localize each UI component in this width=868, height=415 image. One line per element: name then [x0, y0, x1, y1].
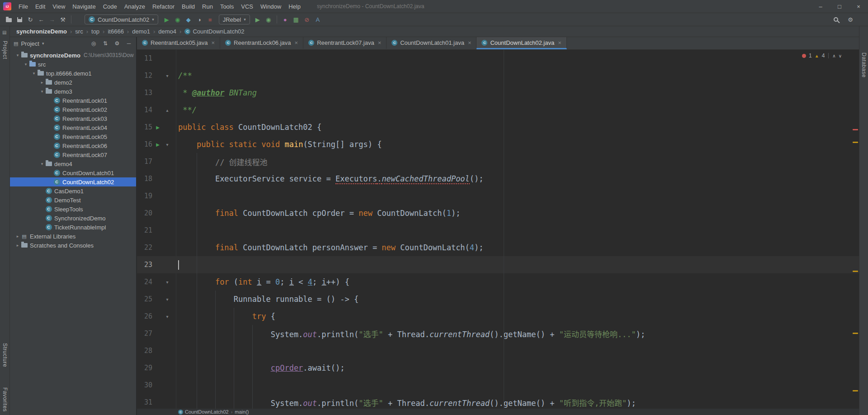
stripe-mark[interactable]	[853, 333, 858, 334]
breadcrumb-item-it6666[interactable]: it6666	[107, 28, 124, 35]
fold-end-icon[interactable]: ▴	[166, 108, 168, 113]
run-gutter-icon[interactable]: ▶	[156, 125, 160, 130]
chevron-expanded-icon[interactable]: ▾	[39, 162, 45, 166]
tab-countdownlatch01-java[interactable]: CCountDownLatch01.java×	[387, 37, 476, 49]
tab-countdownlatch02-java[interactable]: CCountDownLatch02.java×	[476, 37, 566, 49]
chevron-down-icon[interactable]: ▾	[42, 41, 44, 46]
tree-item-synchronizeddemo[interactable]: CSynchronizedDemo	[10, 214, 136, 223]
tree-item-demo4[interactable]: ▾demo4	[10, 159, 136, 168]
jrebel-debug-icon[interactable]: ◉	[264, 14, 274, 24]
maximize-button[interactable]: □	[830, 0, 849, 13]
fold-icon[interactable]: ▾	[166, 73, 168, 78]
stripe-mark[interactable]	[853, 390, 858, 391]
menu-window[interactable]: Window	[257, 3, 285, 10]
back-icon[interactable]: ←	[36, 14, 46, 24]
run-icon[interactable]: ▶	[162, 14, 172, 24]
tree-item-reentrantlock05[interactable]: CReentrantLock05	[10, 132, 136, 141]
breadcrumb-item-top[interactable]: top	[90, 28, 100, 35]
no-entry-icon[interactable]: ⊘	[302, 14, 312, 24]
jrebel-select[interactable]: JRebel ▾	[219, 14, 250, 24]
tree-item-sleeptools[interactable]: CSleepTools	[10, 205, 136, 214]
menu-navigate[interactable]: Navigate	[69, 3, 99, 10]
menu-view[interactable]: View	[49, 3, 69, 10]
menu-refactor[interactable]: Refactor	[149, 3, 178, 10]
stripe-mark[interactable]	[853, 271, 858, 272]
chevron-collapsed-icon[interactable]: ▸	[14, 234, 21, 239]
chevron-expanded-icon[interactable]: ▾	[31, 71, 37, 76]
editor[interactable]: 1112▾/**13 * @author BNTang14▴ **/15▶pub…	[137, 50, 859, 409]
menu-analyze[interactable]: Analyze	[121, 3, 149, 10]
menu-run[interactable]: Run	[198, 3, 217, 10]
menu-file[interactable]: File	[15, 3, 32, 10]
tree-item-external-libraries[interactable]: ▸▤External Libraries	[10, 232, 136, 241]
close-icon[interactable]: ×	[558, 39, 561, 46]
tool-stripe-structure[interactable]: Structure	[2, 343, 8, 367]
profiler-icon[interactable]: ◑	[194, 14, 204, 24]
project-panel-title[interactable]: Project	[21, 40, 39, 47]
panel-settings-icon[interactable]: ⚙	[113, 40, 121, 47]
translate-icon[interactable]: A	[313, 14, 323, 24]
close-icon[interactable]: ×	[211, 39, 215, 46]
menu-tools[interactable]: Tools	[217, 3, 237, 10]
tree-item-countdownlatch02[interactable]: CCountDownLatch02	[10, 177, 136, 186]
save-all-icon[interactable]	[14, 14, 24, 24]
error-stripe[interactable]	[852, 50, 859, 409]
fold-icon[interactable]: ▾	[166, 297, 168, 302]
status-breadcrumb-0[interactable]: CCountDownLatch02	[178, 409, 229, 415]
tree-item-demo2[interactable]: ▸demo2	[10, 78, 136, 87]
fold-icon[interactable]: ▾	[166, 314, 168, 319]
prev-issue-icon[interactable]: ∧	[832, 53, 835, 58]
fold-icon[interactable]: ▾	[166, 142, 168, 147]
hide-panel-icon[interactable]: ─	[125, 40, 132, 47]
capture-icon[interactable]: ▦	[291, 14, 301, 24]
tree-item-reentrantlock07[interactable]: CReentrantLock07	[10, 150, 136, 159]
close-icon[interactable]: ×	[295, 39, 298, 46]
run-gutter-icon[interactable]: ▶	[156, 142, 160, 147]
menu-help[interactable]: Help	[285, 3, 304, 10]
sync-icon[interactable]: ↻	[25, 14, 35, 24]
chevron-expanded-icon[interactable]: ▾	[39, 89, 45, 94]
close-icon[interactable]: ×	[378, 39, 382, 46]
locate-file-icon[interactable]: ◎	[90, 40, 97, 47]
settings-gear-icon[interactable]: ⚙	[845, 14, 855, 24]
chevron-collapsed-icon[interactable]: ▸	[14, 243, 21, 248]
tree-item-synchronizedemo[interactable]: ▾synchronizeDemoC:\Users\30315\Dow	[10, 51, 136, 60]
jrebel-run-icon[interactable]: ▶	[253, 14, 263, 24]
breadcrumb-item-synchronizedemo[interactable]: synchronizeDemo	[15, 28, 68, 35]
breadcrumb-item-demo1[interactable]: demo1	[131, 28, 151, 35]
tree-item-src[interactable]: ▾src	[10, 60, 136, 69]
stripe-mark[interactable]	[853, 129, 858, 130]
fold-icon[interactable]: ▾	[166, 280, 168, 285]
minimize-button[interactable]: –	[811, 0, 830, 13]
tree-item-reentrantlock04[interactable]: CReentrantLock04	[10, 123, 136, 132]
open-icon[interactable]	[4, 14, 14, 24]
chevron-expanded-icon[interactable]: ▾	[14, 53, 21, 57]
tree-item-demo3[interactable]: ▾demo3	[10, 87, 136, 96]
stripe-mark[interactable]	[853, 142, 858, 143]
tree-item-countdownlatch01[interactable]: CCountDownLatch01	[10, 168, 136, 177]
menu-build[interactable]: Build	[178, 3, 198, 10]
run-configuration-select[interactable]: C CountDownLatch02 ▾	[85, 14, 158, 24]
tree-item-reentrantlock01[interactable]: CReentrantLock01	[10, 96, 136, 105]
build-icon[interactable]: ⚒	[58, 14, 68, 24]
debug-icon[interactable]: ◉	[173, 14, 183, 24]
color-picker-icon[interactable]: ●	[280, 14, 290, 24]
close-button[interactable]: ×	[849, 0, 868, 13]
menu-edit[interactable]: Edit	[32, 3, 49, 10]
tree-item-casdemo1[interactable]: CCasDemo1	[10, 186, 136, 196]
tree-item-scratches-and-consoles[interactable]: ▸Scratches and Consoles	[10, 241, 136, 250]
chevron-collapsed-icon[interactable]: ▸	[39, 80, 45, 85]
tree-item-reentrantlock06[interactable]: CReentrantLock06	[10, 141, 136, 150]
status-breadcrumb-1[interactable]: main()	[235, 409, 249, 415]
collapse-all-icon[interactable]: ⇅	[102, 40, 109, 47]
tool-stripe-project[interactable]: Project	[2, 41, 8, 59]
project-tool-icon[interactable]: ▤	[2, 30, 6, 35]
tree-item-top-it6666-demo1[interactable]: ▾top.it6666.demo1	[10, 69, 136, 78]
tab-reentrantlock06-java[interactable]: CReentrantLock06.java×	[220, 37, 303, 49]
forward-icon[interactable]: →	[47, 14, 57, 24]
breadcrumb-item-demo4[interactable]: demo4	[157, 28, 177, 35]
breadcrumb-item-src[interactable]: src	[74, 28, 84, 35]
tab-reentrantlock05-java[interactable]: CReentrantLock05.java×	[137, 37, 220, 49]
chevron-expanded-icon[interactable]: ▾	[23, 62, 29, 67]
tool-stripe-database[interactable]: Database	[861, 52, 867, 77]
